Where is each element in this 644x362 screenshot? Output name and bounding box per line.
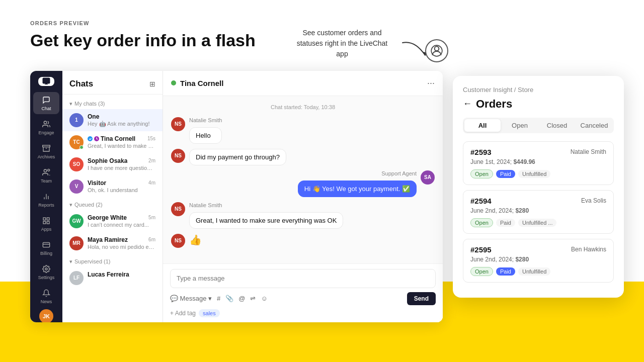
message-group-hello: NS Natalie Smith Hello <box>171 117 435 144</box>
chat-preview-maya: Hola, no veo mi pedido en la tia... <box>88 244 155 250</box>
chat-preview-visitor: Oh, ok. I understand <box>88 187 155 193</box>
supervised-label: ▾ Supervised (1) <box>62 254 163 267</box>
chat-info-lucas: Lucas Ferreira <box>88 271 155 279</box>
svg-rect-5 <box>43 145 50 147</box>
order-card-2593: #2593 Natalie Smith June 1st, 2024; $449… <box>463 141 614 185</box>
nav-item-engage[interactable]: Engage <box>33 116 59 138</box>
nav-item-chat[interactable]: Chat <box>33 92 59 114</box>
chat-item-visitor[interactable]: V Visitor 4m Oh, ok. I understand <box>62 175 163 198</box>
order-card-2594: #2594 Eva Solis June 2nd, 2024; $280 Ope… <box>463 190 614 234</box>
order-id-2593: #2593 <box>470 148 492 156</box>
message-input[interactable] <box>170 269 436 288</box>
nav-label-chat: Chat <box>41 106 51 111</box>
insight-breadcrumb: Customer Insight / Store <box>463 86 614 94</box>
online-indicator <box>79 145 84 149</box>
system-message: Chat started: Today, 10:38 <box>171 104 435 110</box>
chat-avatar-visitor: V <box>69 179 84 194</box>
nav-bottom: Billing Settings <box>33 237 59 322</box>
order-date-2594: June 2nd, 2024; $280 <box>470 207 606 214</box>
msg-content-great: Natalie Smith Great, I wanted to make su… <box>189 202 343 229</box>
chat-item-george[interactable]: GW George White 5m I can't connect my ca… <box>62 210 163 232</box>
order-tags-2595: Open Paid Unfulfilled <box>470 267 606 276</box>
tag-paid-2594: Paid <box>496 219 515 227</box>
chat-preview-george: I can't connect my card... <box>88 222 155 228</box>
contact-name: Tina Cornell <box>180 79 223 87</box>
agent-avatar: SA <box>421 170 435 185</box>
nav-item-archives[interactable]: Archives <box>33 140 59 162</box>
chat-icon <box>41 95 51 105</box>
chat-item-tina[interactable]: TC Tina Cornell 15s <box>62 131 163 153</box>
news-icon <box>41 288 51 298</box>
nav-label-reports: Reports <box>38 203 54 208</box>
message-group-payment-q: NS Did my payment go through? <box>171 149 435 165</box>
sales-tag[interactable]: sales <box>199 309 220 317</box>
engage-icon <box>41 119 51 129</box>
contact-online-indicator <box>171 80 176 85</box>
tab-open[interactable]: Open <box>502 119 538 132</box>
livechat-app-window: Chat Engage <box>30 71 443 322</box>
chat-name-one: One <box>88 113 99 120</box>
nav-item-apps[interactable]: Apps <box>33 213 59 235</box>
nav-label-archives: Archives <box>38 154 55 159</box>
archives-icon <box>41 143 51 153</box>
msg-bubble-hello: Hello <box>189 127 222 144</box>
chat-info-one: One Hey 🤖 Ask me anything! <box>88 113 155 127</box>
app-container: Chat Engage <box>30 71 614 322</box>
emoji-button[interactable]: ☺ <box>261 295 267 302</box>
chat-item-one[interactable]: 1 One Hey 🤖 Ask me anything! <box>62 109 163 131</box>
user-avatar[interactable]: JK <box>39 309 53 322</box>
nav-item-billing[interactable]: Billing <box>33 237 59 259</box>
nav-label-news: News <box>41 299 52 304</box>
tab-closed[interactable]: Closed <box>539 119 575 132</box>
send-button[interactable]: Send <box>407 292 436 305</box>
message-type-button[interactable]: 💬 Message ▾ <box>170 295 212 302</box>
filter-icon[interactable]: ⊞ <box>149 80 155 88</box>
msg-content-thumbs: 👍 <box>189 234 202 246</box>
page-container: ORDERS PREVIEW Get key order info in a f… <box>0 0 644 322</box>
chat-item-maya[interactable]: MR Maya Ramirez 6m Hola, no veo mi pedid… <box>62 232 163 254</box>
nav-item-reports[interactable]: Reports <box>33 189 59 211</box>
nav-item-settings[interactable]: Settings <box>33 261 59 283</box>
order-customer-2595: Ben Hawkins <box>571 246 606 253</box>
add-tag-label[interactable]: + Add tag <box>170 310 196 317</box>
insight-panel: Customer Insight / Store ← Orders All Op… <box>453 76 624 298</box>
svg-rect-17 <box>43 242 49 247</box>
chat-avatar-lucas: LF <box>69 271 84 285</box>
transfer-button[interactable]: ⇌ <box>250 295 256 302</box>
hashtag-button[interactable]: # <box>217 295 220 302</box>
attachment-button[interactable]: 📎 <box>225 295 233 302</box>
team-icon <box>41 167 51 177</box>
chat-item-lucas[interactable]: LF Lucas Ferreira <box>62 267 163 289</box>
svg-point-19 <box>45 268 47 270</box>
annotation-avatar <box>425 39 448 62</box>
svg-rect-15 <box>43 221 46 224</box>
tag-open-2593: Open <box>470 169 493 178</box>
chat-time-visitor: 4m <box>148 180 155 186</box>
tag-paid-2595: Paid <box>496 267 515 276</box>
tab-canceled[interactable]: Canceled <box>576 119 612 132</box>
nav-item-news[interactable]: News <box>33 285 59 307</box>
msg-content-reply: Support Agent Hi 👋 Yes! We got your paym… <box>298 170 417 197</box>
toolbar-left: 💬 Message ▾ # 📎 @ ⇌ ☺ <box>170 295 268 302</box>
message-group-thumbs: NS 👍 <box>171 234 435 248</box>
tag-open-2594: Open <box>470 218 493 227</box>
nav-item-team[interactable]: Team <box>33 164 59 187</box>
chat-preview-sophie: I have one more question. Could... <box>88 165 155 171</box>
message-group-reply: SA Support Agent Hi 👋 Yes! We got your p… <box>171 170 435 197</box>
chat-info-visitor: Visitor 4m Oh, ok. I understand <box>88 179 155 193</box>
chat-main-area: Tina Cornell ··· Chat started: Today, 10… <box>163 71 443 322</box>
natalie-avatar-1: NS <box>171 117 185 131</box>
my-chats-label: ▾ My chats (3) <box>62 97 163 109</box>
chat-more-button[interactable]: ··· <box>427 78 435 88</box>
orders-preview-label: ORDERS PREVIEW <box>30 20 614 26</box>
nav-label-apps: Apps <box>41 227 52 232</box>
message-group-great: NS Natalie Smith Great, I wanted to make… <box>171 202 435 229</box>
chat-info-tina: Tina Cornell 15s Great, I wanted to make… <box>88 135 155 149</box>
tab-all[interactable]: All <box>464 119 501 132</box>
order-header-2593: #2593 Natalie Smith <box>470 148 606 156</box>
mention-button[interactable]: @ <box>238 295 245 302</box>
messages-area: Chat started: Today, 10:38 NS Natalie Sm… <box>163 96 443 263</box>
back-button[interactable]: ← <box>463 99 472 109</box>
chat-item-sophie[interactable]: SO Sophie Osaka 2m I have one more quest… <box>62 153 163 175</box>
chat-name-george: George White <box>88 214 127 221</box>
